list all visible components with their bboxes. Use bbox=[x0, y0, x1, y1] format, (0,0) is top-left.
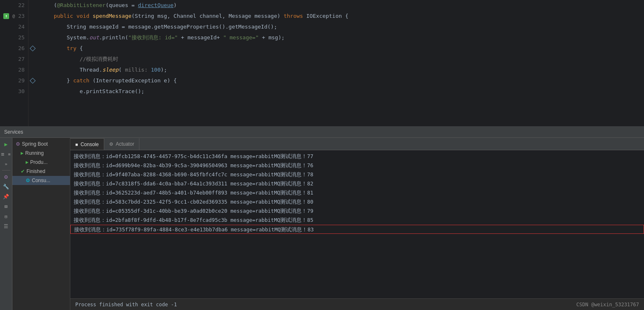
code-line-23: public void spendMessage(String msg, Cha… bbox=[41, 11, 644, 22]
finished-icon: ✔ bbox=[21, 168, 25, 174]
services-header: Services bbox=[0, 126, 644, 138]
code-line-29: } catch (InterruptedException e) { bbox=[41, 75, 644, 86]
running-label: Running bbox=[25, 150, 44, 156]
console-line-3: 接收到消息：id=9f407aba-8288-4368-b690-845fbfc… bbox=[70, 170, 644, 179]
running-icon: ▶ bbox=[21, 151, 24, 155]
at-badge: @ bbox=[11, 13, 17, 19]
tree-item-consumer[interactable]: ⚙ Consu... bbox=[12, 176, 70, 185]
line-num-28: 28 bbox=[3, 65, 25, 75]
console-line-8: 接收到消息：id=2bfa8f8f-9dfd-4b48-b17f-8e7fcad… bbox=[70, 216, 644, 225]
breakpoint-badge: ↑ bbox=[3, 13, 9, 19]
console-footer: Process finished with exit code -1 CSDN … bbox=[70, 298, 644, 310]
line-num-24: 24 bbox=[3, 22, 25, 32]
code-editor: 22 ↑ @ 23 24 25 26 27 28 29 30 (@RabbitL… bbox=[0, 0, 644, 126]
console-line-4: 接收到消息：id=7c8318f5-dda6-4c0a-bba7-64a1c39… bbox=[70, 179, 644, 188]
code-line-25: System.out.println("接收到消息: id=" + messag… bbox=[41, 32, 644, 43]
producer-label: Produ... bbox=[30, 159, 48, 165]
more-button[interactable]: » bbox=[2, 159, 11, 168]
console-tabs: ■ Console ⚙ Actuator bbox=[70, 138, 644, 150]
settings-icon[interactable]: ⚙ bbox=[2, 172, 11, 181]
console-line-1: 接收到消息：id=0fcb1258-4745-4457-975c-b4dc11c… bbox=[70, 152, 644, 161]
menu-icon[interactable]: ☰ bbox=[2, 222, 11, 231]
editor-gutter bbox=[29, 0, 37, 126]
list-button-1[interactable]: ≡ bbox=[0, 149, 6, 159]
console-line-5: 接收到消息：id=3625223d-aed7-48b5-a401-b74eb00… bbox=[70, 188, 644, 197]
line-num-30: 30 bbox=[3, 86, 25, 97]
process-exit-text: Process finished with exit code -1 bbox=[75, 302, 177, 308]
services-left-toolbar: ▶ ≡ ≡ » ⚙ 🔧 📌 ⊞ ⊟ ☰ bbox=[0, 138, 12, 310]
tree-item-spring-boot[interactable]: ⚙ Spring Boot bbox=[12, 139, 70, 149]
service-tree: ⚙ Spring Boot ▶ Running ▶ Produ... ✔ Fin… bbox=[12, 138, 70, 310]
line-num-25: 25 bbox=[3, 32, 25, 43]
actuator-tab-icon: ⚙ bbox=[109, 142, 113, 147]
console-line-6: 接收到消息：id=583c7bdd-2325-42f5-9cc1-cb02ed3… bbox=[70, 197, 644, 207]
tab-actuator[interactable]: ⚙ Actuator bbox=[104, 138, 140, 150]
grid-icon[interactable]: ⊟ bbox=[2, 212, 11, 221]
code-text: (@RabbitListener(queues = directQueue) p… bbox=[37, 0, 644, 126]
actuator-tab-label: Actuator bbox=[116, 141, 134, 147]
consumer-label: Consu... bbox=[32, 178, 50, 183]
tree-item-running[interactable]: ▶ Running bbox=[12, 149, 70, 158]
spring-boot-icon: ⚙ bbox=[16, 141, 20, 147]
console-line-9-highlighted: 接收到消息：id=735f78f9-89fa-4884-8ce3-e4e13bb… bbox=[70, 225, 644, 234]
console-tab-label: Console bbox=[81, 142, 99, 147]
line-num-23: ↑ @ 23 bbox=[3, 11, 25, 22]
producer-icon: ▶ bbox=[26, 160, 29, 164]
line-num-26: 26 bbox=[3, 43, 25, 54]
services-panel: Services ▶ ≡ ≡ » ⚙ 🔧 📌 ⊞ ⊟ ☰ ⚙ Spring Bo… bbox=[0, 126, 644, 310]
line-num-22: 22 bbox=[3, 0, 25, 11]
fold-icon[interactable] bbox=[30, 78, 36, 84]
code-line-26: try { bbox=[41, 43, 644, 54]
services-body: ▶ ≡ ≡ » ⚙ 🔧 📌 ⊞ ⊟ ☰ ⚙ Spring Boot ▶ Runn… bbox=[0, 138, 644, 310]
toolbar-separator bbox=[2, 170, 10, 171]
console-line-7: 接收到消息：id=c05355df-3d1c-40bb-be39-a0ad02b… bbox=[70, 207, 644, 216]
line-numbers: 22 ↑ @ 23 24 25 26 27 28 29 30 bbox=[0, 0, 29, 126]
consumer-icon: ⚙ bbox=[26, 178, 30, 183]
fold-icon[interactable] bbox=[30, 46, 36, 51]
layers-icon[interactable]: ⊞ bbox=[2, 202, 11, 211]
list-button-2[interactable]: ≡ bbox=[7, 149, 12, 159]
console-area: ■ Console ⚙ Actuator 接收到消息：id=0fcb1258-4… bbox=[70, 138, 644, 310]
pin-icon[interactable]: 📌 bbox=[2, 192, 11, 201]
code-line-22: (@RabbitListener(queues = directQueue) bbox=[41, 0, 644, 11]
code-line-24: String messageId = message.getMessagePro… bbox=[41, 22, 644, 32]
code-line-30: e.printStackTrace(); bbox=[41, 86, 644, 97]
console-line-2: 接收到消息：id=d699b94e-82ba-4b39-9c5a-3904965… bbox=[70, 161, 644, 170]
tree-item-producer[interactable]: ▶ Produ... bbox=[12, 158, 70, 167]
run-button[interactable]: ▶ bbox=[2, 139, 11, 149]
tree-item-finished[interactable]: ✔ Finished bbox=[12, 167, 70, 176]
tab-console[interactable]: ■ Console bbox=[70, 138, 104, 150]
wrench-icon[interactable]: 🔧 bbox=[2, 182, 11, 191]
code-line-27: //模拟消费耗时 bbox=[41, 54, 644, 65]
services-title: Services bbox=[4, 129, 23, 135]
finished-label: Finished bbox=[26, 168, 45, 174]
line-num-27: 27 bbox=[3, 54, 25, 65]
line-num-29: 29 bbox=[3, 75, 25, 86]
csdn-watermark: CSDN @weixin_53231767 bbox=[576, 302, 639, 308]
console-output: 接收到消息：id=0fcb1258-4745-4457-975c-b4dc11c… bbox=[70, 150, 644, 298]
code-line-28: Thread.sleep( millis: 100); bbox=[41, 65, 644, 75]
console-tab-icon: ■ bbox=[75, 142, 78, 147]
spring-boot-label: Spring Boot bbox=[22, 141, 48, 147]
